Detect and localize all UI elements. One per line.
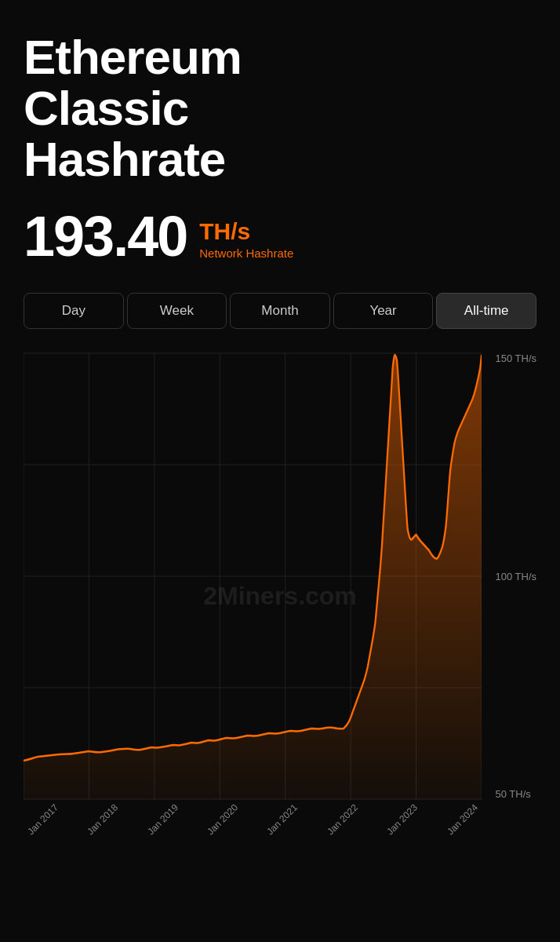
hashrate-value: 193.40 [24,208,187,265]
x-label-2019: Jan 2019 [145,802,180,838]
y-axis-labels: 150 TH/s 100 TH/s 50 TH/s [489,352,536,800]
tab-day[interactable]: Day [24,293,124,329]
y-label-150: 150 TH/s [495,352,536,364]
x-label-2020: Jan 2020 [205,802,240,838]
page-container: Ethereum Classic Hashrate 193.40 TH/s Ne… [0,0,560,863]
hashrate-unit: TH/s [199,220,293,243]
time-tabs: Day Week Month Year All-time [24,293,536,329]
y-label-50: 50 TH/s [495,788,536,800]
page-title: Ethereum Classic Hashrate [24,31,536,184]
tab-alltime[interactable]: All-time [436,293,536,329]
hashrate-display: 193.40 TH/s Network Hashrate [24,208,536,265]
chart-area: 2Miners.com 150 TH/s 100 TH/s 50 TH/s Ja… [24,352,536,839]
x-label-2021: Jan 2021 [265,802,300,838]
tab-month[interactable]: Month [230,293,330,329]
x-label-2022: Jan 2022 [325,802,360,838]
x-label-2017: Jan 2017 [25,802,60,838]
y-label-100: 100 TH/s [495,571,536,582]
chart-container: 2Miners.com 150 TH/s 100 TH/s 50 TH/s Ja… [24,352,536,839]
x-axis-labels: Jan 2017 Jan 2018 Jan 2019 Jan 2020 Jan … [24,800,482,839]
tab-week[interactable]: Week [127,293,227,329]
hashrate-info: TH/s Network Hashrate [199,220,293,260]
x-label-2023: Jan 2023 [384,802,420,838]
hashrate-label: Network Hashrate [199,246,293,260]
x-label-2018: Jan 2018 [85,802,121,838]
chart-svg [24,352,482,800]
x-label-2024: Jan 2024 [445,802,480,838]
tab-year[interactable]: Year [333,293,434,329]
